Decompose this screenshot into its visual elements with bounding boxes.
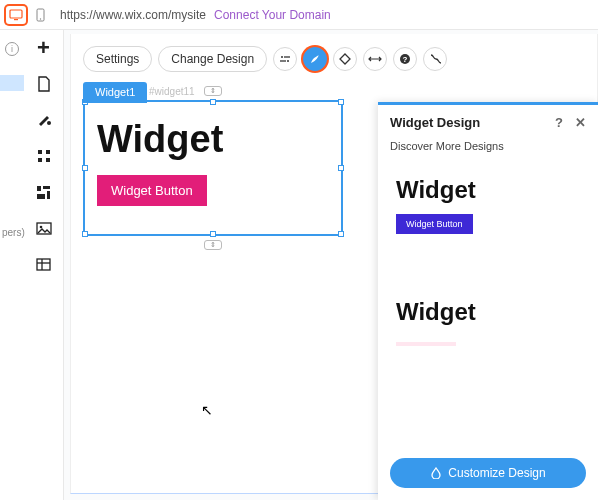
resize-handle[interactable] [82,231,88,237]
preset-heading: Widget [396,298,580,326]
resize-handle[interactable] [210,231,216,237]
preset-heading: Widget [396,176,580,204]
cursor-icon: ↖ [201,402,213,418]
svg-rect-7 [38,158,42,162]
design-icon[interactable] [303,47,327,71]
svg-rect-10 [43,186,50,189]
svg-rect-8 [46,158,50,162]
canvas[interactable]: Settings Change Design ? Widget1 #widget… [64,30,598,500]
resize-handle[interactable] [210,99,216,105]
design-preset[interactable]: Widget [378,286,598,362]
selected-widget[interactable]: ⇕ Widget Widget Button ⇕ [83,100,343,236]
preset-button-placeholder [396,342,456,346]
stretch-handle-top[interactable]: ⇕ [204,86,222,96]
theme-icon[interactable] [34,110,54,130]
resize-handle[interactable] [338,165,344,171]
apps-icon[interactable] [34,146,54,166]
panel-header: Widget Design ? ✕ [378,105,598,140]
widget-button[interactable]: Widget Button [97,175,207,206]
url-bar: https://www.wix.com/mysite Connect Your … [60,8,592,22]
stretch-handle-bottom[interactable]: ⇕ [204,240,222,250]
preset-icon[interactable] [273,47,297,71]
layout-icon[interactable] [34,182,54,202]
svg-text:?: ? [403,55,408,64]
tool-column: + [24,30,64,500]
stretch-icon[interactable] [363,47,387,71]
widget-heading: Widget [85,102,341,169]
left-pane-fragment: pers) [0,225,27,240]
svg-point-14 [39,225,42,228]
settings-button[interactable]: Settings [83,46,152,72]
mobile-icon [36,8,45,22]
add-button[interactable]: + [34,38,54,58]
media-icon[interactable] [34,218,54,238]
panel-subtitle: Discover More Designs [378,140,598,160]
svg-rect-9 [37,186,41,191]
svg-rect-11 [37,194,45,199]
desktop-device-button[interactable] [6,6,26,24]
connect-domain-link[interactable]: Connect Your Domain [214,8,331,22]
data-icon[interactable] [34,254,54,274]
customize-label: Customize Design [448,466,545,480]
customize-design-button[interactable]: Customize Design [390,458,586,488]
animation-icon[interactable] [333,47,357,71]
change-design-button[interactable]: Change Design [158,46,267,72]
desktop-icon [9,9,23,21]
gutter: i [0,30,24,500]
svg-rect-1 [14,19,18,20]
behaviors-icon[interactable] [423,47,447,71]
pages-icon[interactable] [34,74,54,94]
stage: i pers) + Settings Change Design ? Widge… [0,30,598,500]
top-bar: https://www.wix.com/mysite Connect Your … [0,0,598,30]
design-panel: Widget Design ? ✕ Discover More Designs … [378,102,598,500]
panel-help-icon[interactable]: ? [555,115,563,130]
svg-point-4 [47,121,51,125]
info-icon[interactable]: i [5,42,19,56]
drop-icon [430,467,442,479]
help-icon[interactable]: ? [393,47,417,71]
resize-handle[interactable] [338,231,344,237]
svg-rect-6 [46,150,50,154]
resize-handle[interactable] [82,165,88,171]
design-list[interactable]: Widget Widget Button Widget [378,160,598,450]
panel-close-icon[interactable]: ✕ [575,115,586,130]
svg-point-3 [39,18,40,19]
widget-id-label: #widget11 [149,86,195,97]
svg-point-18 [281,56,283,58]
svg-point-20 [287,60,289,62]
device-toggle [6,6,50,24]
design-preset[interactable]: Widget Widget Button [378,164,598,246]
svg-rect-0 [10,10,22,18]
panel-title: Widget Design [390,115,480,130]
floating-toolbar: Settings Change Design ? [83,46,447,72]
svg-rect-5 [38,150,42,154]
svg-rect-12 [47,191,50,199]
mobile-device-button[interactable] [30,6,50,24]
left-highlight [0,75,24,91]
preset-button: Widget Button [396,214,473,234]
svg-rect-15 [37,259,50,270]
widget-tab[interactable]: Widget1 [83,82,147,103]
resize-handle[interactable] [338,99,344,105]
panel-footer: Customize Design [378,450,598,500]
site-url: https://www.wix.com/mysite [60,8,206,22]
